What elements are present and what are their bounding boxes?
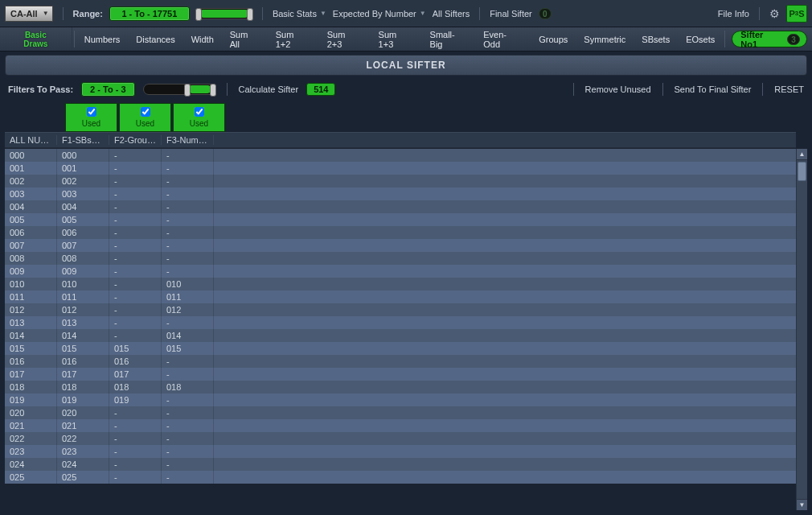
filter-2-toggle[interactable]: Used (119, 103, 171, 132)
tab-distances[interactable]: Distances (128, 27, 182, 51)
vertical-scrollbar[interactable]: ▲ ▼ (796, 149, 807, 510)
cell: - (162, 149, 214, 162)
calculate-sifter-button[interactable]: Calculate Sifter (239, 84, 299, 94)
cell: - (109, 162, 162, 175)
cell: - (162, 265, 214, 278)
tab-basic-draws[interactable]: Basic Draws (0, 27, 72, 51)
cell: 007 (57, 239, 109, 252)
cell: 015 (109, 342, 162, 355)
table-row[interactable]: 017017017- (5, 368, 796, 381)
table-row[interactable]: 007007-- (5, 239, 796, 252)
grid-body[interactable]: 000000--001001--002002--003003--004004--… (5, 149, 796, 510)
tab-sbsets[interactable]: SBsets (634, 27, 678, 51)
scroll-up-arrow-icon[interactable]: ▲ (797, 149, 807, 160)
col-f3[interactable]: F3-Numb... (162, 135, 214, 145)
table-row[interactable]: 019019019- (5, 393, 796, 406)
col-f2[interactable]: F2-Group... (109, 135, 162, 145)
cell: 013 (5, 316, 57, 329)
cell: 022 (57, 432, 109, 445)
tab-width[interactable]: Width (183, 27, 222, 51)
scroll-down-arrow-icon[interactable]: ▼ (797, 499, 807, 510)
send-to-final-sifter-button[interactable]: Send To Final Sifter (675, 84, 752, 94)
tab-sum-1-3[interactable]: Sum 1+3 (371, 27, 422, 51)
all-sifters-button[interactable]: All Sifters (433, 9, 470, 19)
tab-sum-1-2[interactable]: Sum 1+2 (268, 27, 319, 51)
col-f1[interactable]: F1-SBsets... (57, 135, 109, 145)
calculate-result: 514 (306, 83, 335, 96)
basic-stats-menu[interactable]: Basic Stats▼ (273, 9, 326, 19)
cell: 021 (57, 419, 109, 432)
table-row[interactable]: 002002-- (5, 175, 796, 187)
table-row[interactable]: 024024-- (5, 458, 796, 471)
table-row[interactable]: 003003-- (5, 187, 796, 200)
reset-button[interactable]: RESET (774, 84, 804, 94)
table-row[interactable]: 000000-- (5, 149, 796, 162)
cell: - (109, 471, 162, 484)
table-row[interactable]: 018018018018 (5, 381, 796, 393)
cell: 010 (162, 278, 214, 290)
tab-sum-2-3[interactable]: Sum 2+3 (319, 27, 371, 51)
filter-1-toggle[interactable]: Used (65, 103, 117, 132)
tab-sum-all[interactable]: Sum All (222, 27, 268, 51)
final-sifter-button[interactable]: Final Sifter 0 (490, 8, 552, 19)
table-row[interactable]: 009009-- (5, 265, 796, 278)
filters-to-pass-slider[interactable] (143, 84, 215, 95)
cell: 025 (5, 471, 57, 484)
table-row[interactable]: 015015015015 (5, 342, 796, 355)
tab-groups[interactable]: Groups (531, 27, 576, 51)
cell: 023 (5, 445, 57, 458)
cell: 017 (57, 368, 109, 381)
cell: 018 (57, 381, 109, 393)
cell: 021 (5, 419, 57, 432)
separator (74, 31, 75, 47)
filter-2-checkbox[interactable] (141, 107, 150, 117)
cell: 016 (5, 355, 57, 368)
tab-sifter-no1[interactable]: Sifter No1 3 (732, 31, 807, 47)
file-info-button[interactable]: File Info (718, 9, 749, 19)
tab-even-odd[interactable]: Even-Odd (475, 27, 531, 51)
table-row[interactable]: 010010-010 (5, 278, 796, 290)
table-row[interactable]: 014014-014 (5, 329, 796, 342)
table-row[interactable]: 022022-- (5, 432, 796, 445)
table-row[interactable]: 016016016- (5, 355, 796, 368)
table-row[interactable]: 013013-- (5, 316, 796, 329)
table-row[interactable]: 021021-- (5, 419, 796, 432)
cell: 014 (162, 329, 214, 342)
range-value[interactable]: 1 - To - 17751 (109, 6, 190, 21)
filters-to-pass-value[interactable]: 2 - To - 3 (81, 82, 134, 97)
remove-unused-button[interactable]: Remove Unused (585, 84, 651, 94)
cell: 011 (57, 290, 109, 303)
table-row[interactable]: 023023-- (5, 445, 796, 458)
cell: - (162, 239, 214, 252)
tab-eosets[interactable]: EOsets (678, 27, 723, 51)
table-row[interactable]: 004004-- (5, 200, 796, 213)
table-row[interactable]: 005005-- (5, 213, 796, 226)
cell: 014 (57, 329, 109, 342)
expected-by-number-menu[interactable]: Expected By Number▼ (333, 9, 426, 19)
col-all-nums[interactable]: ALL NUMS (5, 135, 57, 145)
dataset-select[interactable]: CA-All (5, 6, 53, 22)
tab-small-big[interactable]: Small-Big (422, 27, 476, 51)
panel-controls: Filters To Pass: 2 - To - 3 Calculate Si… (5, 80, 807, 103)
cell: 012 (5, 303, 57, 316)
table-row[interactable]: 020020-- (5, 406, 796, 419)
table-row[interactable]: 006006-- (5, 226, 796, 239)
filter-1-checkbox[interactable] (87, 107, 96, 117)
cell: - (162, 355, 214, 368)
table-row[interactable]: 012012-012 (5, 303, 796, 316)
cell: - (109, 226, 162, 239)
range-slider[interactable] (196, 8, 252, 19)
table-row[interactable]: 008008-- (5, 252, 796, 265)
table-row[interactable]: 025025-- (5, 471, 796, 484)
table-row[interactable]: 011011-011 (5, 290, 796, 303)
final-sifter-count: 0 (539, 8, 552, 19)
scrollbar-thumb[interactable] (798, 162, 806, 181)
gear-icon[interactable]: ⚙ (769, 7, 780, 20)
cell: 000 (57, 149, 109, 162)
tab-numbers[interactable]: Numbers (76, 27, 129, 51)
chevron-down-icon: ▼ (320, 10, 326, 17)
tab-symmetric[interactable]: Symmetric (576, 27, 634, 51)
filter-3-toggle[interactable]: Used (173, 103, 225, 132)
table-row[interactable]: 001001-- (5, 162, 796, 175)
filter-3-checkbox[interactable] (195, 107, 204, 117)
